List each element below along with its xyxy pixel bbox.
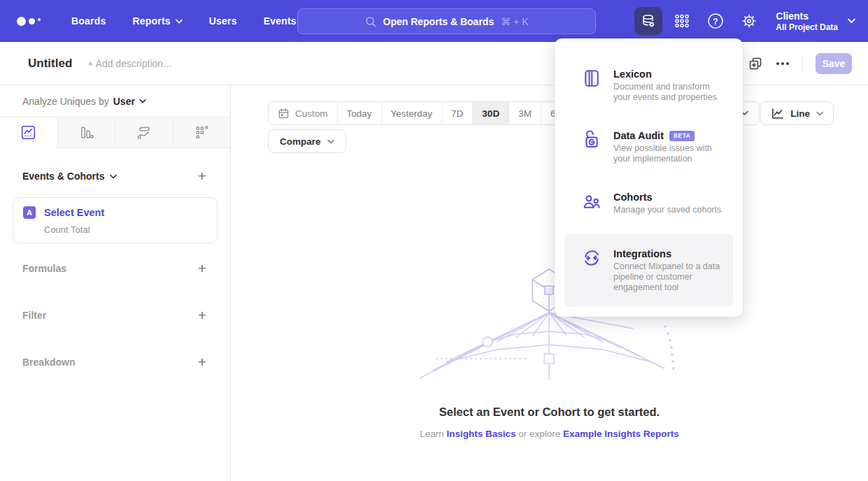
- mixpanel-logo-icon[interactable]: [17, 17, 50, 26]
- nav-item-users[interactable]: Users: [209, 15, 237, 27]
- date-range-30d[interactable]: 30D: [472, 102, 508, 124]
- chevron-down-icon: [139, 99, 146, 103]
- example-insights-reports-link[interactable]: Example Insights Reports: [563, 429, 679, 439]
- data-management-menu: Lexicon Document and transform your even…: [555, 38, 743, 317]
- menu-item-data-audit[interactable]: Data Audit BETA View possible issues wit…: [564, 121, 733, 173]
- formulas-label: Formulas: [22, 263, 66, 274]
- apps-grid-button[interactable]: [668, 7, 696, 35]
- report-title[interactable]: Untitled: [28, 57, 72, 71]
- nav-item-reports[interactable]: Reports: [132, 15, 182, 27]
- save-button[interactable]: Save: [816, 53, 852, 74]
- add-formula-button[interactable]: +: [198, 261, 206, 275]
- beta-badge: BETA: [669, 131, 695, 141]
- chevron-down-icon: [816, 111, 823, 116]
- question-circle-icon: ?: [706, 12, 725, 30]
- events-cohorts-toggle[interactable]: Events & Cohorts: [22, 171, 117, 182]
- database-gear-icon: [640, 13, 657, 29]
- breakdown-section: Breakdown +: [0, 355, 230, 369]
- chevron-down-icon: [848, 18, 855, 24]
- compare-dropdown[interactable]: Compare: [268, 129, 346, 153]
- duplicate-icon: [748, 56, 763, 71]
- insights-line-chart-icon: [20, 124, 36, 141]
- events-cohorts-header: Events & Cohorts +: [0, 169, 230, 183]
- chart-style-dropdown[interactable]: Line: [760, 101, 834, 125]
- add-event-button[interactable]: +: [198, 169, 206, 183]
- formulas-section: Formulas +: [0, 261, 230, 275]
- more-options-button[interactable]: [776, 62, 790, 66]
- divider: [802, 55, 803, 73]
- project-scope: All Project Data: [776, 22, 838, 33]
- tab-flows-chart[interactable]: [115, 117, 173, 148]
- grid-dots-icon: [674, 13, 690, 29]
- empty-state-subtitle: Learn Insights Basics or explore Example…: [231, 429, 868, 439]
- primary-nav: Boards Reports Users Events: [71, 15, 297, 27]
- date-range-yesterday[interactable]: Yesterday: [381, 102, 442, 124]
- search-icon: [365, 16, 376, 27]
- header-actions: Save: [748, 53, 852, 74]
- chevron-down-icon: [110, 174, 117, 179]
- chart-type-tabs: [0, 117, 230, 148]
- date-range-3m[interactable]: 3M: [508, 102, 541, 124]
- bar-chart-icon: [78, 124, 94, 141]
- help-button[interactable]: ?: [702, 7, 730, 35]
- analyze-by-dropdown[interactable]: User: [113, 96, 146, 107]
- add-breakdown-button[interactable]: +: [198, 355, 206, 369]
- nav-item-boards[interactable]: Boards: [71, 15, 106, 27]
- filter-label: Filter: [22, 310, 46, 321]
- chevron-down-icon: [327, 139, 334, 144]
- calendar-icon: [278, 108, 290, 120]
- flows-icon: [136, 124, 152, 141]
- date-range-control: Custom Today Yesterday 7D 30D 3M 6M: [268, 101, 576, 125]
- breakdown-label: Breakdown: [22, 357, 75, 368]
- event-letter-badge: A: [23, 206, 36, 219]
- tab-line-chart[interactable]: [0, 117, 57, 148]
- analyze-prefix: Analyze Uniques by: [22, 96, 109, 107]
- cohorts-users-icon: [581, 191, 602, 215]
- lexicon-book-icon: [581, 68, 602, 103]
- duplicate-button[interactable]: [748, 56, 763, 71]
- menu-item-lexicon[interactable]: Lexicon Document and transform your even…: [564, 59, 733, 111]
- query-builder-sidebar: Analyze Uniques by User: [0, 85, 231, 481]
- tab-retention-chart[interactable]: [173, 117, 231, 148]
- ellipsis-icon: [776, 62, 790, 66]
- empty-state-title: Select an Event or Cohort to get started…: [231, 405, 868, 419]
- analyze-row: Analyze Uniques by User: [0, 85, 230, 117]
- count-total-label[interactable]: Count Total: [44, 224, 207, 235]
- chevron-down-icon: [176, 19, 183, 24]
- line-chart-icon: [771, 108, 784, 120]
- select-event-label[interactable]: Select Event: [44, 207, 104, 218]
- svg-text:?: ?: [713, 17, 718, 27]
- search-shortcut: ⌘ + K: [501, 16, 528, 27]
- top-navbar: Boards Reports Users Events Open Reports…: [0, 0, 868, 42]
- settings-button[interactable]: [735, 7, 763, 35]
- org-name: Clients: [776, 10, 838, 22]
- global-search-input[interactable]: Open Reports & Boards ⌘ + K: [297, 8, 596, 34]
- report-canvas: Custom Today Yesterday 7D 30D 3M 6M Comp…: [231, 85, 868, 481]
- data-audit-icon: [581, 129, 602, 164]
- nav-item-events[interactable]: Events: [264, 15, 297, 27]
- date-range-custom[interactable]: Custom: [269, 102, 337, 124]
- add-filter-button[interactable]: +: [198, 308, 206, 322]
- menu-item-integrations[interactable]: Integrations Connect Mixpanel to a data …: [564, 234, 733, 307]
- project-switcher[interactable]: Clients All Project Data: [776, 10, 855, 33]
- insights-basics-link[interactable]: Insights Basics: [446, 429, 515, 439]
- menu-item-cohorts[interactable]: Cohorts Manage your saved cohorts: [564, 182, 733, 224]
- add-description-field[interactable]: + Add description...: [87, 58, 171, 69]
- integrations-sync-icon: [581, 247, 602, 293]
- date-range-today[interactable]: Today: [337, 102, 381, 124]
- event-row-card[interactable]: A Select Event Count Total: [13, 197, 218, 243]
- navbar-right: ? Clients All Project Data: [634, 0, 855, 42]
- gear-icon: [740, 12, 758, 30]
- data-management-button[interactable]: [634, 7, 662, 35]
- retention-dots-icon: [194, 124, 210, 141]
- date-range-7d[interactable]: 7D: [441, 102, 472, 124]
- tab-bar-chart[interactable]: [57, 117, 115, 148]
- search-placeholder: Open Reports & Boards: [383, 16, 495, 27]
- filter-section: Filter +: [0, 308, 230, 322]
